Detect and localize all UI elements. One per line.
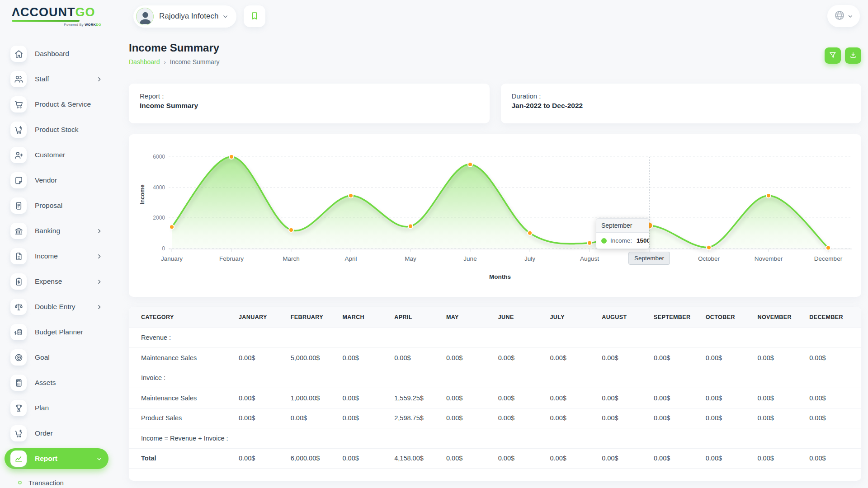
cell-value (291, 368, 343, 388)
cell-value: 1,000.00$ (291, 388, 343, 408)
sidebar-item-banking[interactable]: Banking (5, 221, 108, 241)
cell-value: 0.00$ (394, 348, 446, 368)
sidebar-subitem-label: Transaction (28, 479, 64, 487)
company-selector[interactable]: Rajodiya Infotech (133, 5, 236, 28)
cell-value (239, 328, 291, 348)
duration-card: Duration : Jan-2022 to Dec-2022 (501, 84, 862, 123)
income-chart[interactable]: 0200040006000IncomeJanuaryFebruaryMarchA… (129, 134, 861, 297)
sidebar-item-label: Product Stock (35, 126, 79, 134)
column-header-march: MARCH (343, 307, 395, 328)
cell-value (291, 328, 343, 348)
expense-icon (10, 273, 27, 290)
cell-value: 0.00$ (239, 348, 291, 368)
cell-value: 0.00$ (809, 388, 861, 408)
cell-value: 0.00$ (809, 348, 861, 368)
breadcrumb-dashboard-link[interactable]: Dashboard (129, 58, 160, 66)
cell-value (809, 328, 861, 348)
sidebar-subitem-transaction[interactable]: Transaction (5, 474, 108, 488)
sidebar-item-proposal[interactable]: Proposal (5, 195, 108, 216)
order-icon (10, 425, 27, 441)
cell-value: 1,559.25$ (394, 388, 446, 408)
cell-value (809, 428, 861, 449)
chevron-right-icon (96, 279, 102, 285)
cell-value: 0.00$ (291, 408, 343, 428)
sidebar-item-label: Order (35, 429, 53, 437)
cell-value: 0.00$ (239, 408, 291, 428)
download-button[interactable] (845, 47, 861, 64)
cell-value: 5,000.00$ (291, 348, 343, 368)
sidebar-item-product-stock[interactable]: Product Stock (5, 119, 108, 140)
filter-icon (829, 51, 837, 61)
filter-button[interactable] (825, 47, 841, 64)
sidebar-item-double-entry[interactable]: Double Entry (5, 296, 108, 317)
cell-value: 0.00$ (498, 388, 550, 408)
sidebar-item-order[interactable]: Order (5, 423, 108, 444)
row-label: Maintenance Sales (129, 388, 239, 408)
chevron-right-icon: › (164, 59, 166, 66)
chevron-right-icon (96, 304, 102, 310)
cell-value: 0.00$ (602, 388, 654, 408)
income-summary-table: CATEGORYJANUARYFEBRUARYMARCHAPRILMAYJUNE… (129, 307, 861, 469)
row-label: Invoice : (129, 368, 239, 388)
cell-value (446, 428, 498, 449)
sidebar-item-plan[interactable]: Plan (5, 398, 108, 418)
sidebar-item-budget-planner[interactable]: Budget Planner (5, 322, 108, 343)
sidebar-item-label: Customer (35, 151, 65, 159)
sidebar-item-dashboard[interactable]: Dashboard (5, 43, 108, 64)
logo-text: ΛCCOUNTGO (12, 6, 115, 19)
bookmark-button[interactable] (244, 5, 265, 27)
sidebar-item-product-service[interactable]: Product & Service (5, 94, 108, 115)
chart-tooltip: September Income: 1500 (596, 218, 649, 249)
svg-text:4000: 4000 (153, 184, 165, 191)
download-icon (849, 51, 857, 61)
sidebar-item-staff[interactable]: Staff (5, 69, 108, 89)
sidebar-item-customer[interactable]: Customer (5, 145, 108, 165)
sidebar-item-report[interactable]: Report (5, 448, 108, 469)
table-row: Invoice : (129, 368, 861, 388)
svg-text:Months: Months (489, 273, 511, 280)
cell-value (343, 428, 395, 449)
svg-text:March: March (283, 255, 300, 262)
budget-planner-icon (10, 324, 27, 340)
income-summary-table-card: CATEGORYJANUARYFEBRUARYMARCHAPRILMAYJUNE… (129, 307, 861, 481)
breadcrumb-current: Income Summary (170, 58, 220, 66)
cell-value (809, 368, 861, 388)
sidebar-nav: Dashboard Staff Product & Service Produc… (0, 33, 115, 488)
cell-value: 0.00$ (343, 348, 395, 368)
cell-value (446, 368, 498, 388)
column-header-august: AUGUST (602, 307, 654, 328)
svg-text:February: February (219, 255, 244, 262)
column-header-april: APRIL (394, 307, 446, 328)
cell-value: 0.00$ (343, 448, 395, 469)
sidebar-item-label: Income (35, 252, 58, 260)
cell-value: 0.00$ (706, 348, 758, 368)
svg-text:January: January (161, 255, 183, 262)
chevron-right-icon (96, 253, 102, 259)
svg-text:April: April (344, 255, 357, 262)
cell-value (654, 328, 706, 348)
row-label: Product Sales (129, 408, 239, 428)
cell-value (550, 328, 602, 348)
sidebar-item-label: Expense (35, 277, 62, 286)
sidebar-item-label: Dashboard (35, 50, 69, 58)
cell-value: 0.00$ (654, 388, 706, 408)
column-header-november: NOVEMBER (758, 307, 810, 328)
breadcrumb: Dashboard › Income Summary (129, 58, 220, 66)
cell-value: 0.00$ (239, 448, 291, 469)
goal-icon (10, 349, 27, 366)
language-selector[interactable] (827, 5, 860, 27)
cell-value: 0.00$ (498, 448, 550, 469)
cell-value (706, 428, 758, 449)
column-header-december: DECEMBER (809, 307, 861, 328)
sidebar-item-vendor[interactable]: Vendor (5, 170, 108, 191)
sidebar-item-expense[interactable]: Expense (5, 271, 108, 292)
sidebar-item-income[interactable]: Income (5, 246, 108, 267)
row-label: Revenue : (129, 328, 239, 348)
sidebar-item-assets[interactable]: Assets (5, 372, 108, 393)
sidebar-item-goal[interactable]: Goal (5, 347, 108, 368)
avatar (136, 8, 154, 25)
proposal-icon (10, 197, 27, 214)
cell-value: 0.00$ (654, 448, 706, 469)
bullet-icon (18, 481, 22, 484)
cell-value (394, 428, 446, 449)
